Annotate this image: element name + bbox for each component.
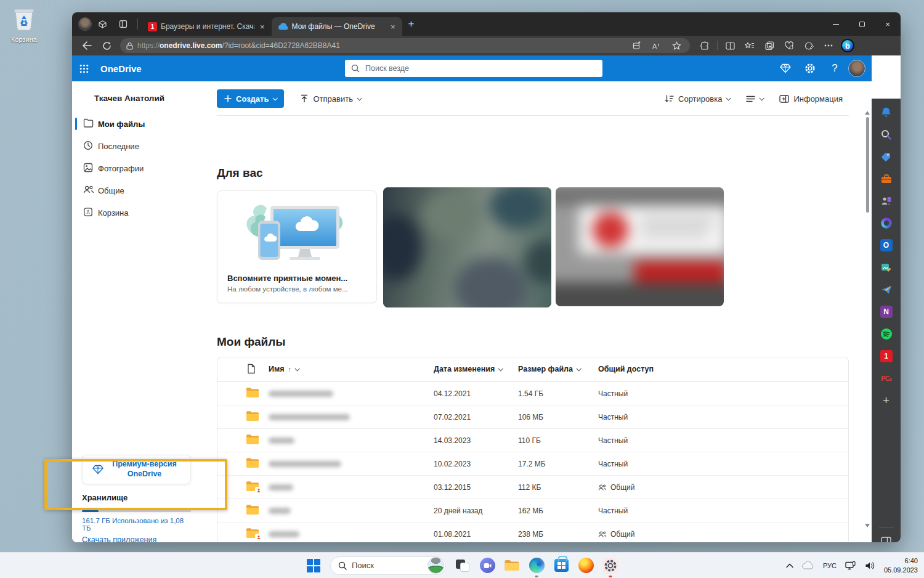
account-avatar[interactable] — [848, 60, 865, 77]
onedrive-brand[interactable]: OneDrive — [100, 63, 142, 74]
collections-icon[interactable] — [760, 38, 779, 54]
split-screen-icon[interactable] — [720, 38, 740, 54]
premium-diamond-icon[interactable] — [773, 55, 798, 81]
workspaces-icon[interactable] — [92, 15, 113, 33]
for-you-card-banner[interactable] — [556, 187, 724, 306]
onedrive-tray-icon[interactable] — [802, 561, 814, 569]
more-menu-icon[interactable] — [819, 38, 838, 54]
table-row[interactable]: 07.02.2021 106 МБ Частный — [217, 405, 848, 429]
games-icon[interactable] — [879, 193, 894, 208]
volume-icon[interactable] — [865, 561, 875, 570]
tray-chevron-icon[interactable] — [786, 563, 793, 568]
column-date[interactable]: Дата изменения — [434, 365, 502, 373]
onenote-icon[interactable]: N — [879, 304, 894, 319]
scroll-up-icon[interactable] — [865, 111, 870, 115]
tab-close-icon[interactable]: × — [258, 22, 267, 31]
app-launcher-icon[interactable] — [72, 55, 95, 81]
image-creator-icon[interactable] — [879, 260, 894, 275]
store-button[interactable] — [553, 558, 569, 574]
column-size[interactable]: Размер файла — [518, 365, 580, 373]
lock-icon[interactable] — [126, 42, 133, 50]
tab-onedrive[interactable]: Мои файлы — OneDrive × — [272, 17, 402, 36]
network-icon[interactable] — [845, 561, 856, 570]
sidebar-item-photos[interactable]: Фотографии — [72, 157, 213, 179]
tools-icon[interactable] — [879, 171, 894, 186]
web-capture-icon[interactable] — [799, 38, 819, 54]
favorite-star-icon[interactable] — [667, 38, 686, 54]
tab-browsers-article[interactable]: 1 Браузеры и интернет. Скачать × — [142, 17, 272, 36]
spotify-icon[interactable] — [879, 327, 894, 341]
recycle-bin-shortcut[interactable]: Корзина — [6, 5, 42, 43]
shopping-icon[interactable] — [879, 149, 894, 164]
sidebar-item-recent[interactable]: Последние — [72, 135, 213, 157]
enhance-icon[interactable] — [627, 38, 647, 54]
first-channel-icon[interactable]: 1 — [879, 349, 894, 364]
clock[interactable]: 6:40 05.09.2023 — [884, 556, 918, 575]
edge-button[interactable] — [529, 558, 545, 574]
table-row[interactable]: 20 дней назад 162 МБ Частный — [217, 499, 848, 523]
page-scrollbar[interactable] — [864, 81, 870, 542]
file-size: 110 ГБ — [518, 436, 541, 445]
table-row[interactable]: 01.08.2021 238 МБ Общий — [217, 523, 848, 542]
document-icon[interactable] — [247, 364, 256, 374]
file-explorer-button[interactable] — [504, 558, 520, 574]
favorites-icon[interactable] — [740, 38, 760, 54]
table-row[interactable]: 03.12.2015 112 КБ Общий — [217, 476, 848, 499]
new-tab-button[interactable]: + — [408, 18, 415, 30]
sidebar-item-my-files[interactable]: Мои файлы — [72, 113, 213, 135]
chat-button[interactable] — [479, 558, 495, 574]
outlook-icon[interactable]: O — [879, 238, 894, 253]
onedrive-search-box[interactable]: Поиск везде — [345, 60, 602, 77]
drop-icon[interactable] — [879, 282, 894, 297]
tab-close-icon[interactable]: × — [389, 22, 397, 31]
help-icon[interactable]: ? — [822, 55, 847, 81]
storage-usage-link[interactable]: 161.7 ГБ Использовано из 1,08 ТБ — [82, 517, 193, 532]
column-access[interactable]: Общий доступ — [598, 365, 654, 373]
for-you-card-photo[interactable] — [383, 187, 551, 307]
refresh-button[interactable] — [97, 38, 116, 54]
scrollbar-thumb[interactable] — [866, 117, 869, 213]
add-to-sidebar-icon[interactable]: + — [879, 393, 894, 408]
file-date: 10.02.2023 — [434, 460, 471, 468]
bing-chat-button[interactable]: b — [841, 39, 854, 52]
column-name[interactable]: Имя ↑ — [269, 365, 299, 373]
tab-actions-icon[interactable] — [113, 15, 134, 33]
table-row[interactable]: 10.02.2023 17.2 МБ Частный — [217, 452, 848, 476]
sort-button[interactable]: Сортировка — [659, 89, 736, 108]
sidebar-item-recycle-bin[interactable]: Корзина — [72, 201, 213, 224]
recycle-bin-label: Корзина — [6, 36, 42, 43]
start-button[interactable] — [306, 558, 322, 574]
table-row[interactable]: 04.12.2021 1.54 ГБ Частный — [217, 382, 848, 405]
window-controls: × — [823, 12, 901, 36]
info-button[interactable]: Информация — [773, 89, 849, 108]
scroll-down-icon[interactable] — [865, 524, 870, 527]
settings-button[interactable] — [602, 558, 618, 574]
table-row[interactable]: 14.03.2023 110 ГБ Частный — [217, 429, 848, 452]
microsoft365-icon[interactable] — [879, 216, 894, 230]
address-bar[interactable]: https://onedrive.live.com/?id=root&cid=4… — [120, 38, 690, 53]
for-you-card-memories[interactable]: Вспомните приятные момен... На любом уст… — [217, 190, 377, 303]
notifications-bell-icon[interactable] — [879, 105, 894, 120]
view-options-button[interactable] — [740, 89, 769, 108]
taskbar-search[interactable]: Поиск — [330, 556, 446, 575]
upload-button[interactable]: Отправить — [294, 89, 367, 108]
close-button[interactable]: × — [875, 12, 901, 36]
split-view-icon[interactable] — [879, 534, 894, 542]
create-button[interactable]: Создать — [217, 89, 284, 108]
extensions-icon[interactable] — [695, 38, 715, 54]
settings-gear-icon[interactable] — [798, 55, 822, 81]
read-aloud-icon[interactable]: A — [647, 38, 667, 54]
sidebar-search-icon[interactable] — [879, 127, 894, 142]
back-button[interactable] — [77, 38, 97, 54]
minimize-button[interactable] — [823, 12, 849, 36]
pcs-site-icon[interactable]: PCs — [879, 371, 894, 386]
maximize-button[interactable] — [849, 12, 875, 36]
browser-essentials-icon[interactable] — [779, 38, 799, 54]
task-view-button[interactable] — [455, 558, 471, 574]
language-indicator[interactable]: РУС — [823, 562, 837, 569]
folder-icon — [246, 481, 259, 492]
download-apps-link[interactable]: Скачать приложения OneDrive — [82, 535, 168, 542]
firefox-button[interactable] — [578, 558, 594, 574]
sidebar-item-shared[interactable]: Общие — [72, 179, 213, 201]
browser-profile-avatar[interactable] — [78, 17, 92, 31]
